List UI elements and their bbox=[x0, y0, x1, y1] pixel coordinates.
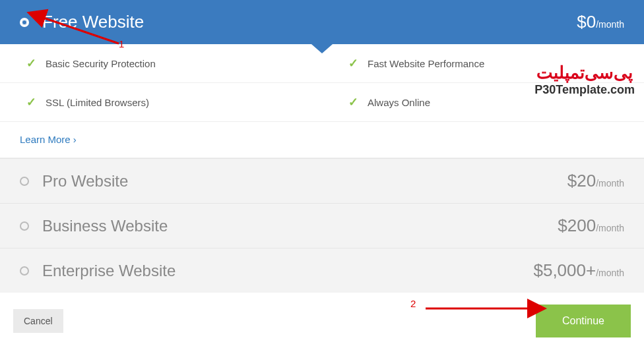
plan-option-free[interactable]: Free Website $0/month bbox=[0, 0, 644, 44]
feature-label: Fast Website Performance bbox=[368, 58, 484, 69]
price-per: /month bbox=[596, 178, 624, 189]
continue-button[interactable]: Continue bbox=[536, 305, 631, 337]
learn-more-row: Learn More › bbox=[0, 122, 644, 158]
plan-option-enterprise[interactable]: Enterprise Website $5,000+/month bbox=[0, 248, 644, 293]
check-icon: ✓ bbox=[348, 95, 358, 109]
plan-price: $200/month bbox=[558, 216, 624, 236]
feature-item: ✓ Always Online bbox=[322, 83, 644, 122]
plan-name: Pro Website bbox=[42, 172, 567, 190]
feature-label: SSL (Limited Browsers) bbox=[46, 97, 149, 108]
check-icon: ✓ bbox=[348, 56, 358, 71]
check-icon: ✓ bbox=[26, 95, 36, 109]
radio-unselected-icon bbox=[20, 177, 29, 186]
price-amount: $200 bbox=[558, 216, 596, 235]
price-amount: $20 bbox=[567, 171, 596, 190]
plan-selection: Free Website $0/month ✓ Basic Security P… bbox=[0, 0, 644, 349]
selected-indicator-icon bbox=[311, 44, 333, 53]
price-per: /month bbox=[596, 223, 624, 233]
plan-price: $20/month bbox=[567, 171, 624, 191]
plan-price: $0/month bbox=[577, 12, 624, 32]
radio-selected-icon bbox=[20, 18, 29, 27]
feature-list: ✓ Basic Security Protection ✓ Fast Websi… bbox=[0, 44, 644, 122]
plan-option-pro[interactable]: Pro Website $20/month bbox=[0, 158, 644, 203]
price-amount: $5,000+ bbox=[533, 260, 596, 280]
feature-item: ✓ Fast Website Performance bbox=[322, 44, 644, 83]
plan-option-business[interactable]: Business Website $200/month bbox=[0, 203, 644, 248]
plan-price: $5,000+/month bbox=[533, 260, 624, 281]
feature-label: Always Online bbox=[368, 97, 430, 108]
feature-item: ✓ Basic Security Protection bbox=[0, 44, 322, 83]
cancel-button[interactable]: Cancel bbox=[13, 309, 63, 333]
feature-item: ✓ SSL (Limited Browsers) bbox=[0, 83, 322, 122]
price-amount: $0 bbox=[577, 12, 596, 32]
plan-name: Free Website bbox=[42, 12, 577, 32]
learn-more-link[interactable]: Learn More › bbox=[20, 134, 77, 145]
price-per: /month bbox=[596, 19, 624, 30]
action-bar: Cancel Continue bbox=[0, 293, 644, 349]
radio-unselected-icon bbox=[20, 266, 29, 276]
plan-name: Business Website bbox=[42, 217, 558, 235]
price-per: /month bbox=[596, 268, 624, 278]
check-icon: ✓ bbox=[26, 56, 36, 71]
plan-name: Enterprise Website bbox=[42, 262, 533, 280]
radio-unselected-icon bbox=[20, 221, 29, 231]
feature-label: Basic Security Protection bbox=[46, 58, 156, 69]
